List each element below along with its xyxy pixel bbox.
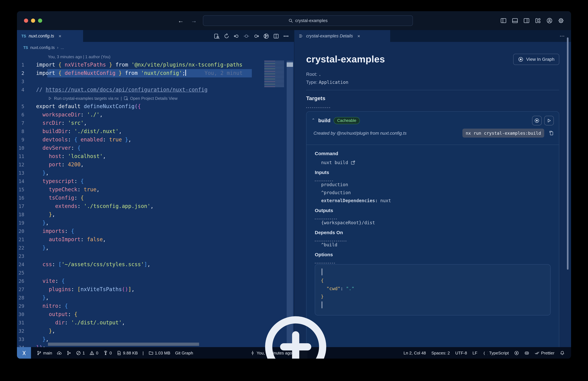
status-indentation[interactable]: Spaces: 2 [431, 350, 450, 355]
git-graph-icon[interactable] [66, 350, 71, 355]
breadcrumb-more[interactable]: ... [61, 45, 64, 50]
breadcrumb[interactable]: TS nuxt.config.ts › ... [17, 42, 294, 53]
horizontal-scrollbar[interactable] [48, 343, 199, 346]
status-publish[interactable] [57, 350, 62, 355]
code-line-13[interactable]: 13 }, [17, 169, 294, 177]
account-icon[interactable] [546, 18, 552, 24]
status-encoding[interactable]: UTF-8 [455, 350, 467, 355]
tab-nuxt-config[interactable]: TS nuxt.config.ts × [17, 30, 83, 42]
more-icon[interactable] [283, 33, 289, 39]
code-line-15[interactable]: 15 typeCheck: true, [17, 185, 294, 194]
run-target-icon[interactable] [48, 96, 52, 100]
status-errors[interactable]: 1 [76, 350, 85, 355]
braces-icon[interactable]: { } [483, 350, 487, 355]
copilot-icon[interactable] [525, 350, 529, 355]
close-window-button[interactable] [24, 19, 28, 23]
code-line-22[interactable]: 22 }, [17, 244, 294, 252]
code-line-21[interactable]: 21 autoImport: false, [17, 235, 294, 244]
code-line-31[interactable]: 31 dir: './dist/.output', [17, 319, 294, 327]
code-line-33[interactable]: 33 }, [17, 335, 294, 344]
status-zoom-button[interactable] [296, 347, 307, 359]
code-line-12[interactable]: 12 port: 4200, [17, 161, 294, 169]
code-line-28[interactable]: 28 }, [17, 294, 294, 302]
refresh-icon[interactable] [224, 33, 230, 39]
code-line-19[interactable]: 19 }, [17, 219, 294, 227]
code-line-3[interactable]: 3 [17, 77, 294, 86]
code-line-16[interactable]: 16 tsConfig: { [17, 194, 294, 202]
status-prettier[interactable]: Prettier [535, 350, 554, 355]
code-line-32[interactable]: 32 }, [17, 327, 294, 335]
layout-sidebar-left-icon[interactable] [501, 18, 506, 24]
preview-search-icon[interactable] [214, 33, 220, 39]
code-line-2[interactable]: 2import { defineNuxtConfig } from 'nuxt/… [17, 69, 294, 77]
code-line-30[interactable]: 30 output: { [17, 310, 294, 319]
cur-change-icon[interactable] [244, 33, 249, 39]
panel-scrollbar[interactable] [567, 37, 568, 270]
section-item[interactable]: nuxt build [321, 160, 551, 165]
code-line-8[interactable]: 8 buildDir: './dist/.nuxt', [17, 127, 294, 136]
editor-body[interactable]: TS nuxt.config.ts › ... You, 3 minutes a… [17, 42, 294, 347]
code-line-11[interactable]: 11 host: 'localhost', [17, 152, 294, 161]
folder-icon[interactable] [148, 350, 153, 355]
status-ports[interactable]: 0 [103, 350, 112, 355]
breadcrumb-file[interactable]: nuxt.config.ts [30, 45, 55, 50]
git-branch-icon[interactable] [37, 350, 42, 355]
codelens-open-details-link[interactable]: Open Project Details View [130, 96, 178, 101]
codelens-run-link[interactable]: Run crystal-examples targets via nx [54, 96, 119, 101]
layout-panel-icon[interactable] [512, 18, 518, 24]
vertical-scrollbar[interactable] [287, 61, 293, 344]
next-change-icon[interactable] [253, 33, 259, 39]
status-gitlens[interactable] [514, 350, 519, 355]
view-in-graph-button[interactable]: View In Graph [513, 54, 559, 65]
code-line-6[interactable]: 6 workspaceDir: './', [17, 111, 294, 119]
code-line-10[interactable]: 10 devServer: { [17, 144, 294, 152]
split-editor-icon[interactable] [273, 33, 279, 39]
scrollbar-thumb[interactable] [287, 62, 293, 67]
command-center-search[interactable]: crystal-examples [203, 15, 413, 26]
run-target-button[interactable] [544, 116, 554, 125]
code-line-20[interactable]: 20 imports: { [17, 227, 294, 235]
code-line-17[interactable]: 17 extends: './tsconfig.app.json', [17, 202, 294, 210]
status-git-graph-ext[interactable]: Git Graph [175, 350, 193, 355]
tab-project-details[interactable]: crystal-examples Details × [294, 30, 390, 42]
code-line-18[interactable]: 18 }, [17, 210, 294, 219]
collapse-chevron-icon[interactable]: ⌃ [312, 117, 315, 122]
error-icon[interactable] [76, 350, 81, 355]
bell-icon[interactable] [560, 350, 565, 355]
status-eol[interactable]: LF [472, 350, 477, 355]
cloud-upload-icon[interactable] [57, 350, 62, 355]
code-line-7[interactable]: 7 srcDir: 'src', [17, 119, 294, 127]
file-icon[interactable] [117, 350, 122, 355]
code-line-9[interactable]: 9 devtools: { enabled: true }, [17, 136, 294, 144]
code-line-26[interactable]: 26 vite: { [17, 277, 294, 285]
prev-change-icon[interactable] [234, 33, 239, 39]
back-icon[interactable]: ← [178, 17, 184, 24]
status-notifications[interactable] [560, 350, 565, 355]
code-area[interactable]: 1import { nxViteTsPaths } from '@nx/vite… [17, 61, 294, 347]
radio-tower-icon[interactable] [103, 350, 108, 355]
remote-indicator[interactable] [17, 347, 31, 359]
zoom-in-icon[interactable] [254, 305, 350, 359]
code-line-1[interactable]: 1import { nxViteTsPaths } from '@nx/vite… [17, 61, 294, 69]
view-target-button[interactable] [532, 116, 542, 125]
layout-sidebar-right-icon[interactable] [524, 18, 529, 24]
code-line-24[interactable]: 24 css: ['~/assets/css/styles.scss'], [17, 260, 294, 269]
settings-gear-icon[interactable] [558, 18, 564, 24]
branch-circle-icon[interactable] [263, 33, 269, 39]
code-line-14[interactable]: 14 typescript: { [17, 177, 294, 185]
zoom-window-button[interactable] [38, 19, 42, 23]
forward-icon[interactable]: → [191, 17, 197, 24]
status-copilot[interactable] [525, 350, 529, 355]
status-folder-size[interactable]: 1.03 MB [148, 350, 170, 355]
code-line-25[interactable]: 25 [17, 269, 294, 277]
gitlens-icon[interactable] [514, 350, 519, 355]
minimize-window-button[interactable] [31, 19, 35, 23]
close-tab-icon[interactable]: × [357, 33, 360, 39]
minimap[interactable] [264, 61, 284, 88]
more-actions-icon[interactable]: ⋯ [560, 30, 571, 42]
code-line-4[interactable]: 4// https://nuxt.com/docs/api/configurat… [17, 86, 294, 94]
status-cursor-position[interactable]: Ln 2, Col 48 [403, 350, 426, 355]
external-link-icon[interactable] [351, 160, 356, 165]
code-line-27[interactable]: 27 plugins: [nxViteTsPaths()], [17, 285, 294, 294]
open-details-icon[interactable] [124, 96, 128, 100]
